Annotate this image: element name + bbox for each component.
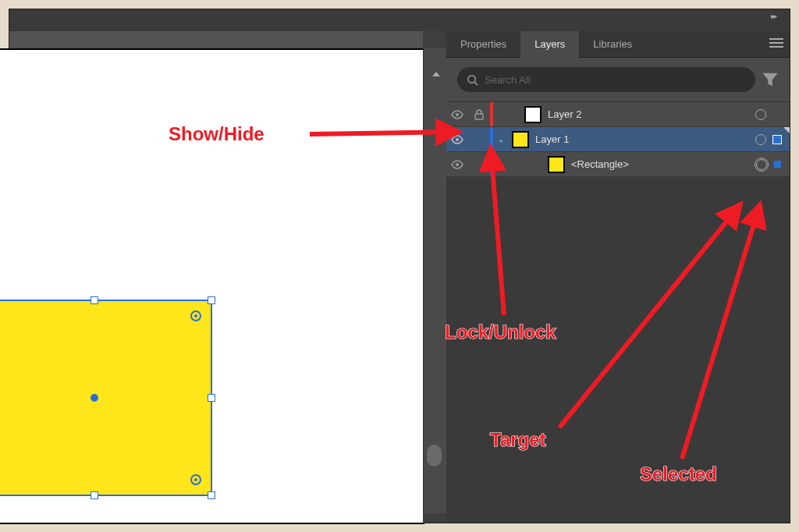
panel-menu-icon[interactable]	[769, 38, 783, 48]
visibility-toggle[interactable]	[446, 160, 468, 169]
panel-tabs: Properties Layers Libraries	[446, 31, 790, 58]
scroll-thumb[interactable]	[427, 445, 442, 466]
layer-thumbnail	[548, 156, 565, 173]
svg-point-4	[456, 138, 459, 141]
tab-properties[interactable]: Properties	[446, 31, 520, 58]
tab-layers[interactable]: Layers	[520, 31, 579, 58]
visibility-toggle[interactable]	[446, 110, 468, 119]
layer-content: <Rectangle>	[493, 156, 756, 173]
live-corner-widget-icon[interactable]	[190, 474, 201, 485]
selection-handle[interactable]	[208, 394, 215, 402]
selection-handle[interactable]	[208, 296, 215, 304]
selection-handle[interactable]	[91, 491, 98, 499]
layer-name-label: Layer 2	[548, 108, 581, 120]
layer-search-row	[446, 58, 790, 101]
live-corner-widget-icon[interactable]	[190, 310, 201, 321]
tab-libraries[interactable]: Libraries	[579, 31, 646, 58]
svg-point-2	[456, 113, 459, 116]
layer-row[interactable]: <Rectangle>	[446, 152, 790, 177]
eye-icon	[451, 110, 463, 119]
layer-thumbnail	[512, 131, 529, 148]
layer-name-label: Layer 1	[535, 133, 569, 145]
eye-icon	[451, 135, 463, 144]
canvas-pane	[9, 31, 423, 523]
selection-handle[interactable]	[91, 296, 98, 304]
vertical-scrollbar[interactable]	[423, 31, 446, 523]
svg-rect-3	[475, 114, 483, 119]
layers-panel: Properties Layers Libraries	[446, 31, 790, 523]
current-layer-corner-icon	[783, 127, 790, 133]
svg-line-1	[474, 82, 478, 85]
panel-expand-icon[interactable]: ▸▸	[771, 12, 783, 21]
search-input-wrapper[interactable]	[457, 67, 755, 92]
layer-row[interactable]: ⌄ Layer 1	[446, 127, 790, 152]
layer-trailing	[755, 134, 790, 145]
layer-thumbnail	[524, 106, 542, 123]
selection-indicator[interactable]	[772, 135, 782, 144]
layer-name-label: <Rectangle>	[571, 158, 629, 170]
target-button[interactable]	[755, 134, 766, 145]
selection-indicator[interactable]	[772, 110, 782, 119]
eye-icon	[451, 160, 463, 169]
rectangle-shape[interactable]	[0, 300, 212, 496]
target-button[interactable]	[756, 159, 767, 170]
layer-content: ⌄ Layer 1	[493, 131, 755, 148]
svg-point-5	[456, 163, 459, 166]
chevron-down-icon[interactable]: ⌄	[496, 135, 506, 144]
app-frame: ▸▸ Properties Laye	[9, 9, 790, 523]
svg-point-0	[468, 75, 475, 82]
selection-handle[interactable]	[208, 491, 215, 499]
center-point-icon[interactable]	[91, 394, 98, 402]
filter-icon[interactable]	[762, 71, 779, 88]
layer-trailing	[756, 159, 790, 170]
layer-content: ▶ Layer 2	[493, 106, 755, 123]
selection-indicator[interactable]	[774, 161, 781, 168]
search-icon	[467, 74, 478, 86]
scroll-track	[423, 48, 446, 513]
artboard[interactable]	[0, 48, 424, 524]
target-button[interactable]	[755, 109, 766, 120]
layer-row[interactable]: ▶ Layer 2	[446, 102, 790, 127]
lock-toggle[interactable]	[468, 109, 490, 120]
layer-list: ▶ Layer 2 ⌄	[446, 101, 790, 177]
scroll-up-icon[interactable]	[432, 72, 440, 76]
lock-icon	[474, 109, 484, 120]
visibility-toggle[interactable]	[446, 135, 468, 144]
search-input[interactable]	[485, 74, 746, 86]
layer-trailing	[755, 109, 790, 120]
